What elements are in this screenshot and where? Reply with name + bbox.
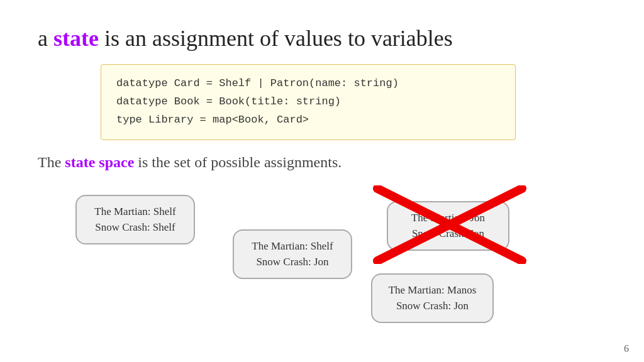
subtitle-suffix: is the set of possible assignments. <box>134 154 341 170</box>
box4-line1: The Martian: Manos <box>389 284 477 296</box>
title-prefix: a <box>38 26 53 51</box>
subtitle-highlight: state space <box>65 154 134 170</box>
page-number: 6 <box>624 343 629 354</box>
slide: a state is an assignment of values to va… <box>0 0 644 362</box>
subtitle: The state space is the set of possible a… <box>38 154 606 171</box>
title: a state is an assignment of values to va… <box>38 25 606 52</box>
subtitle-prefix: The <box>38 154 65 170</box>
code-content: datatype Card = Shelf | Patron(name: str… <box>116 75 500 129</box>
title-suffix: is an assignment of values to variables <box>99 26 453 51</box>
box2-line2: Snow Crash: Jon <box>256 256 328 268</box>
state-box-1: The Martian: Shelf Snow Crash: Shelf <box>75 195 195 244</box>
state-box-2: The Martian: Shelf Snow Crash: Jon <box>233 229 352 279</box>
box3-line1: The Martian: Jon <box>411 212 485 224</box>
code-box: datatype Card = Shelf | Patron(name: str… <box>101 64 516 140</box>
state-box-4: The Martian: Manos Snow Crash: Jon <box>371 273 494 323</box>
box1-line1: The Martian: Shelf <box>94 206 175 217</box>
title-highlight: state <box>53 26 99 51</box>
box4-line2: Snow Crash: Jon <box>396 300 469 312</box>
state-box-3: The Martian: Jon Snow Crash: Jon <box>387 201 509 251</box>
box3-line2: Snow Crash: Jon <box>412 228 484 239</box>
box2-line1: The Martian: Shelf <box>252 240 333 252</box>
box1-line2: Snow Crash: Shelf <box>95 221 175 233</box>
state-boxes-container: The Martian: Shelf Snow Crash: Shelf The… <box>38 189 606 327</box>
state-box-3-wrapper: The Martian: Jon Snow Crash: Jon <box>387 189 544 258</box>
